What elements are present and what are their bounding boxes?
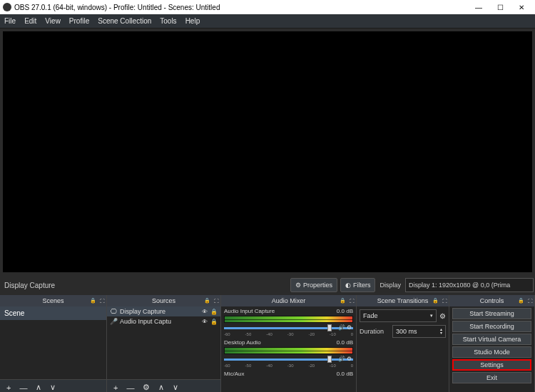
mixer-dock: Audio Mixer 🔒 ⛶ Audio Input Capture0.0 d… [221,295,357,392]
menu-view[interactable]: View [45,17,61,25]
popout-icon[interactable]: ⛶ [100,299,105,304]
scene-up-button[interactable]: ∧ [34,383,44,392]
properties-button[interactable]: ⚙ Properties [290,278,337,292]
volume-meter [224,316,353,323]
start-virtual-camera-button[interactable]: Start Virtual Camera [452,334,531,345]
visibility-toggle[interactable]: 👁 [202,309,208,315]
lock-icon[interactable]: 🔒 [340,298,346,304]
minimize-button[interactable]: — [468,0,489,14]
volume-meter [224,347,353,354]
add-scene-button[interactable]: + [4,383,13,392]
source-up-button[interactable]: ∧ [156,383,166,392]
titlebar: OBS 27.0.1 (64-bit, windows) - Profile: … [0,0,535,14]
popout-icon[interactable]: ⛶ [350,299,355,304]
scene-down-button[interactable]: ∨ [48,383,58,392]
menu-tools[interactable]: Tools [160,17,176,25]
speaker-icon[interactable]: 🔊 [338,356,345,362]
selected-source-label: Display Capture [1,282,55,289]
scene-item[interactable]: Scene [0,306,106,320]
settings-button[interactable]: Settings [452,359,531,371]
lock-toggle[interactable]: 🔒 [210,319,218,325]
sources-header: Sources 🔒 ⛶ [107,295,220,306]
window-title: OBS 27.0.1 (64-bit, windows) - Profile: … [14,4,468,11]
popout-icon[interactable]: ⛶ [214,299,219,304]
lock-icon[interactable]: 🔒 [432,298,439,304]
menubar: File Edit View Profile Scene Collection … [0,14,535,29]
volume-slider[interactable]: 🔊⚙ [224,324,353,331]
transitions-body: Fade▾ ⚙ Duration 300 ms ▴ ▾ [357,306,449,392]
remove-scene-button[interactable]: — [17,383,29,392]
filters-label: Filters [353,282,371,289]
studio-mode-button[interactable]: Studio Mode [452,346,531,358]
popout-icon[interactable]: ⛶ [442,299,447,304]
exit-button[interactable]: Exit [452,372,531,383]
sources-list[interactable]: 🖵 Display Capture 👁 🔒 🎤 Audio Input Capt… [107,306,220,379]
source-settings-button[interactable]: ⚙ [141,383,152,392]
transitions-dock: Scene Transitions 🔒 ⛶ Fade▾ ⚙ Duration 3… [357,295,449,392]
lock-icon[interactable]: 🔒 [204,298,210,304]
add-source-button[interactable]: + [111,383,120,392]
speaker-icon[interactable]: 🔊 [338,324,345,331]
controls-body: Start Streaming Start Recording Start Vi… [449,306,534,392]
lock-icon[interactable]: 🔒 [90,298,96,304]
source-down-button[interactable]: ∨ [170,383,180,392]
mixer-channel: Desktop Audio0.0 dB 🔊⚙ -60-50-40-30-20-1… [221,338,356,369]
step-down-icon[interactable]: ▾ [440,331,442,335]
lock-icon[interactable]: 🔒 [518,298,524,304]
mixer-channel: Audio Input Capture0.0 dB 🔊⚙ -60-50-40-3… [221,306,356,338]
sources-footer: + — ⚙ ∧ ∨ [107,379,220,392]
scenes-footer: + — ∧ ∨ [0,379,106,392]
docks: Scenes 🔒 ⛶ Scene + — ∧ ∨ Sources 🔒 ⛶ 🖵 D… [0,295,535,392]
start-streaming-button[interactable]: Start Streaming [452,308,531,319]
display-label: Display [378,282,402,289]
scenes-header: Scenes 🔒 ⛶ [0,295,106,306]
duration-label: Duration [360,328,389,335]
menu-help[interactable]: Help [185,17,200,25]
gear-icon[interactable]: ⚙ [439,312,446,320]
menu-file[interactable]: File [4,17,16,25]
controls-header: Controls 🔒 ⛶ [449,295,534,306]
app-icon [3,3,11,11]
display-select[interactable]: Display 1: 1920x1080 @ 0,0 (Prima [405,278,534,292]
remove-source-button[interactable]: — [124,383,136,392]
mixer-body: Audio Input Capture0.0 dB 🔊⚙ -60-50-40-3… [221,306,356,392]
menu-profile[interactable]: Profile [69,17,89,25]
gear-icon[interactable]: ⚙ [347,356,352,362]
chevron-down-icon: ▾ [430,313,433,319]
display-icon: 🖵 [110,308,117,315]
filters-icon: ◐ [345,282,351,289]
scenes-list[interactable]: Scene [0,306,106,379]
sources-dock: Sources 🔒 ⛶ 🖵 Display Capture 👁 🔒 🎤 Audi… [107,295,221,392]
gear-icon: ⚙ [295,282,301,289]
popout-icon[interactable]: ⛶ [528,299,533,304]
scenes-dock: Scenes 🔒 ⛶ Scene + — ∧ ∨ [0,295,107,392]
menu-edit[interactable]: Edit [24,17,36,25]
source-toolbar: Display Capture ⚙ Properties ◐ Filters D… [0,275,535,295]
menu-scene-collection[interactable]: Scene Collection [98,17,151,25]
mixer-header: Audio Mixer 🔒 ⛶ [221,295,356,306]
duration-input[interactable]: 300 ms ▴ ▾ [392,325,446,338]
start-recording-button[interactable]: Start Recording [452,321,531,332]
controls-dock: Controls 🔒 ⛶ Start Streaming Start Recor… [449,295,535,392]
source-item-display[interactable]: 🖵 Display Capture 👁 🔒 [107,306,220,316]
mic-icon: 🎤 [110,318,117,325]
maximize-button[interactable]: ☐ [489,0,511,14]
visibility-toggle[interactable]: 👁 [202,319,208,325]
close-button[interactable]: ✕ [511,0,532,14]
properties-label: Properties [303,282,332,289]
volume-slider[interactable]: 🔊⚙ [224,356,353,363]
preview-canvas[interactable] [3,31,532,272]
transitions-header: Scene Transitions 🔒 ⛶ [357,295,449,306]
filters-button[interactable]: ◐ Filters [340,278,376,292]
gear-icon[interactable]: ⚙ [347,324,352,331]
transition-select[interactable]: Fade▾ [360,309,437,322]
mixer-channel: Mic/Aux0.0 dB [221,369,356,378]
preview-container [0,29,535,275]
lock-toggle[interactable]: 🔒 [210,309,218,315]
source-item-audio[interactable]: 🎤 Audio Input Captu 👁 🔒 [107,316,220,326]
